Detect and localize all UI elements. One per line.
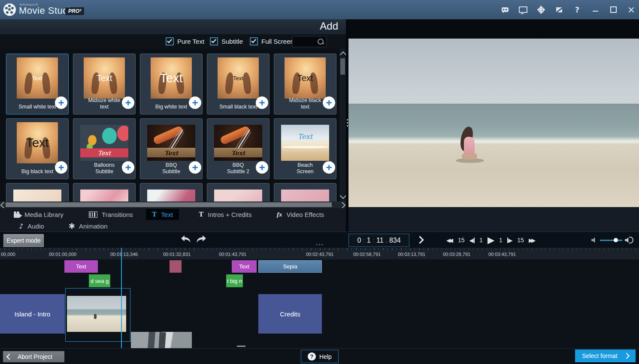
timeline-grab-handle-icon[interactable] [316,244,318,245]
timeline-clip-title[interactable]: t big n [226,274,243,287]
template-thumbnail: Text [151,57,192,99]
template-tile[interactable]: Text Big black text + [6,118,69,179]
notes-icon[interactable] [555,6,563,14]
template-tile[interactable]: Text Small white text + [6,54,69,114]
tab-transitions[interactable]: Transitions [89,209,133,220]
filter-full-screen[interactable]: Full Screen [250,37,294,45]
tab-label: Transitions [102,211,133,218]
add-template-button[interactable]: + [55,96,67,109]
add-template-button[interactable]: + [189,96,201,109]
jump-next-icon[interactable] [416,236,424,244]
max-volume-group[interactable] [625,237,633,244]
horizontal-scrollbar[interactable] [0,202,346,208]
template-thumbnail [281,190,329,202]
select-format-button[interactable]: Select format [575,349,636,362]
maximize-button[interactable] [609,6,618,14]
timeline-scroll-handle[interactable] [237,346,245,347]
template-tile[interactable]: Text Balloons Subtitle + [73,118,136,179]
splitter-handle-icon[interactable] [347,119,348,120]
chevron-left-icon [6,354,12,360]
timeline-clip-title[interactable]: d sea g [89,274,110,287]
display-icon[interactable] [519,6,527,14]
scroll-right-icon[interactable] [339,202,346,209]
abort-project-button[interactable]: Abort Project [3,351,64,362]
template-tile[interactable]: Text Big white text + [140,54,203,114]
timeline-clip-beach-video[interactable] [67,296,126,332]
search-input[interactable] [293,39,318,45]
tab-audio[interactable]: ♪ Audio [19,220,44,232]
timeline-clip-sepia[interactable]: Sepia [258,260,322,273]
add-template-button[interactable]: + [122,96,134,109]
settings-gear-icon[interactable] [537,6,545,14]
add-template-button[interactable]: + [55,161,67,174]
timeline-clip-text[interactable]: Text [64,260,98,273]
timeline-clip-text[interactable]: Text [232,260,257,273]
add-template-button[interactable]: + [323,161,335,174]
template-thumbnail: Text [214,125,262,161]
tab-animation[interactable]: Animation [69,220,108,232]
template-tile[interactable]: Text Midsize black text + [274,54,336,114]
vertical-scrollbar[interactable] [339,49,346,202]
pure-text-checkbox[interactable] [166,37,174,45]
video-preview[interactable] [348,39,639,207]
timeline-ruler[interactable]: 00,000 00:01:00,000 00:01:13,346 00:01:3… [0,248,639,259]
search-icon[interactable] [318,39,324,45]
template-tile[interactable] [274,183,336,202]
template-tile[interactable]: Text BBQ Subtitle 2 + [207,118,270,179]
help-label: Help [319,353,332,360]
feedback-icon[interactable] [501,6,509,14]
tab-media-library[interactable]: Media Library [14,209,64,220]
horizontal-scroll-thumb[interactable] [6,202,332,207]
template-thumbnail: Text [84,57,125,99]
add-template-button[interactable]: + [189,161,201,174]
minimize-button[interactable] [591,6,600,14]
filter-subtitle[interactable]: Subtitle [210,37,243,45]
template-tile[interactable] [6,183,69,202]
add-template-button[interactable]: + [122,161,134,174]
help-icon[interactable]: ? [573,6,581,14]
volume-slider[interactable] [600,240,622,241]
timeline-clip-intro[interactable]: Island - Intro [0,294,65,334]
add-template-button[interactable]: + [256,161,268,174]
vertical-scroll-thumb[interactable] [340,58,345,75]
frame-forward-icon[interactable]: ▶ [507,237,513,244]
select-format-label: Select format [582,352,617,359]
playhead[interactable] [121,248,122,348]
filter-pure-text[interactable]: Pure Text [166,37,204,45]
tab-text[interactable]: T Text [146,209,179,220]
template-tile[interactable] [207,183,270,202]
template-tile[interactable] [140,183,203,202]
skip-forward-icon[interactable]: ▶▶ [529,237,536,244]
tab-intros-credits[interactable]: T Intros + Credits [199,209,251,220]
add-template-button[interactable]: + [256,96,268,109]
mute-speaker-icon[interactable] [591,237,597,243]
volume-slider-knob[interactable] [614,238,618,242]
add-template-button[interactable]: + [323,96,335,109]
template-tile[interactable]: Text Small black text + [207,54,270,114]
undo-icon[interactable] [180,235,191,244]
ruler-label: 00:01:32,831 [163,252,191,257]
help-button[interactable]: ? Help [301,350,339,363]
subtitle-checkbox[interactable] [210,37,218,45]
template-tile[interactable]: Text Midsize white text + [73,54,136,114]
play-button[interactable]: ▶ [488,235,494,245]
timeline-clip-effect[interactable] [170,260,182,273]
skip-backward-icon[interactable]: ◀◀ [446,237,453,244]
template-tile[interactable]: Text BBQ Subtitle + [140,118,203,179]
redo-icon[interactable] [196,235,207,244]
full-screen-checkbox[interactable] [250,37,258,45]
app-window: Ashampoo® Movie Studio PRO³ ? Add Pure T… [0,0,639,364]
ruler-label: 00:02:43,791 [306,252,333,257]
scroll-up-icon[interactable] [340,51,347,58]
tab-video-effects[interactable]: fx Video Effects [277,209,324,220]
template-overlay-text: Text [214,148,262,157]
expert-mode-button[interactable]: Expert mode [3,234,44,247]
scroll-down-icon[interactable] [340,193,347,199]
template-tile[interactable] [73,183,136,202]
template-tile[interactable]: Text Beach Screen + [274,118,336,179]
timecode-display[interactable]: 0 : 1 : 11 , 834 [348,234,409,247]
preview-top-spacer [348,19,639,39]
frame-backward-icon[interactable]: ◀ [469,237,475,244]
timeline-clip-credits[interactable]: Credits [258,294,322,334]
close-button[interactable] [627,6,636,14]
